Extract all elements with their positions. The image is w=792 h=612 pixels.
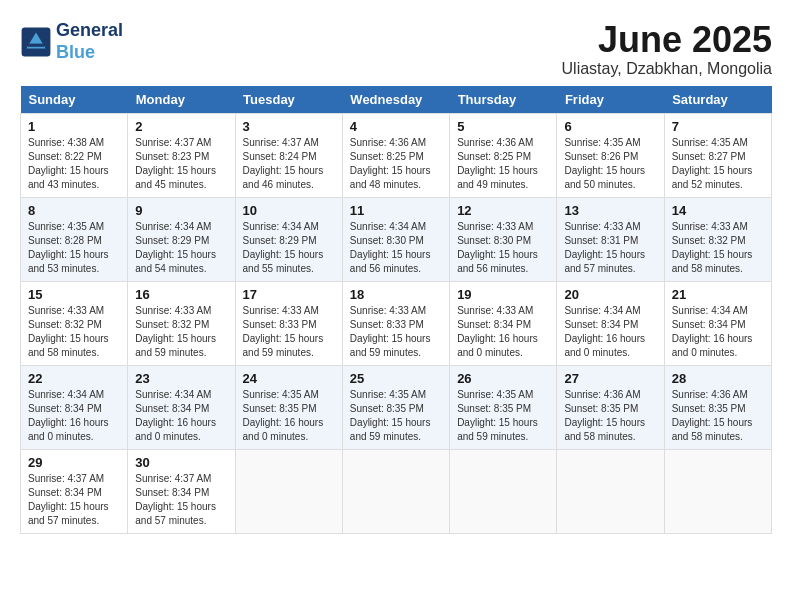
day-number: 13 <box>564 203 656 218</box>
day-number: 3 <box>243 119 335 134</box>
day-number: 4 <box>350 119 442 134</box>
day-number: 21 <box>672 287 764 302</box>
day-info: Sunrise: 4:34 AMSunset: 8:34 PMDaylight:… <box>564 304 656 360</box>
col-header-saturday: Saturday <box>664 86 771 114</box>
col-header-thursday: Thursday <box>450 86 557 114</box>
week-row-1: 1 Sunrise: 4:38 AMSunset: 8:22 PMDayligh… <box>21 113 772 197</box>
day-cell: 17 Sunrise: 4:33 AMSunset: 8:33 PMDaylig… <box>235 281 342 365</box>
day-number: 10 <box>243 203 335 218</box>
day-cell: 21 Sunrise: 4:34 AMSunset: 8:34 PMDaylig… <box>664 281 771 365</box>
logo: General Blue <box>20 20 123 63</box>
day-info: Sunrise: 4:36 AMSunset: 8:25 PMDaylight:… <box>457 136 549 192</box>
day-cell: 27 Sunrise: 4:36 AMSunset: 8:35 PMDaylig… <box>557 365 664 449</box>
day-number: 5 <box>457 119 549 134</box>
day-number: 8 <box>28 203 120 218</box>
day-info: Sunrise: 4:34 AMSunset: 8:29 PMDaylight:… <box>243 220 335 276</box>
day-cell: 13 Sunrise: 4:33 AMSunset: 8:31 PMDaylig… <box>557 197 664 281</box>
location: Uliastay, Dzabkhan, Mongolia <box>562 60 772 78</box>
day-cell: 20 Sunrise: 4:34 AMSunset: 8:34 PMDaylig… <box>557 281 664 365</box>
day-number: 24 <box>243 371 335 386</box>
col-header-friday: Friday <box>557 86 664 114</box>
day-info: Sunrise: 4:37 AMSunset: 8:24 PMDaylight:… <box>243 136 335 192</box>
title-block: June 2025 Uliastay, Dzabkhan, Mongolia <box>562 20 772 78</box>
month-title: June 2025 <box>562 20 772 60</box>
week-row-2: 8 Sunrise: 4:35 AMSunset: 8:28 PMDayligh… <box>21 197 772 281</box>
day-info: Sunrise: 4:34 AMSunset: 8:34 PMDaylight:… <box>135 388 227 444</box>
day-info: Sunrise: 4:33 AMSunset: 8:34 PMDaylight:… <box>457 304 549 360</box>
day-cell: 11 Sunrise: 4:34 AMSunset: 8:30 PMDaylig… <box>342 197 449 281</box>
day-cell: 15 Sunrise: 4:33 AMSunset: 8:32 PMDaylig… <box>21 281 128 365</box>
calendar-table: SundayMondayTuesdayWednesdayThursdayFrid… <box>20 86 772 534</box>
day-info: Sunrise: 4:33 AMSunset: 8:32 PMDaylight:… <box>672 220 764 276</box>
logo-icon <box>20 26 52 58</box>
day-number: 7 <box>672 119 764 134</box>
day-info: Sunrise: 4:33 AMSunset: 8:31 PMDaylight:… <box>564 220 656 276</box>
day-cell: 6 Sunrise: 4:35 AMSunset: 8:26 PMDayligh… <box>557 113 664 197</box>
col-header-wednesday: Wednesday <box>342 86 449 114</box>
day-info: Sunrise: 4:35 AMSunset: 8:35 PMDaylight:… <box>457 388 549 444</box>
day-number: 11 <box>350 203 442 218</box>
logo-line1: General <box>56 20 123 42</box>
day-number: 25 <box>350 371 442 386</box>
day-number: 9 <box>135 203 227 218</box>
day-cell: 18 Sunrise: 4:33 AMSunset: 8:33 PMDaylig… <box>342 281 449 365</box>
day-info: Sunrise: 4:36 AMSunset: 8:25 PMDaylight:… <box>350 136 442 192</box>
week-row-5: 29 Sunrise: 4:37 AMSunset: 8:34 PMDaylig… <box>21 449 772 533</box>
day-cell: 4 Sunrise: 4:36 AMSunset: 8:25 PMDayligh… <box>342 113 449 197</box>
day-cell: 22 Sunrise: 4:34 AMSunset: 8:34 PMDaylig… <box>21 365 128 449</box>
day-info: Sunrise: 4:33 AMSunset: 8:32 PMDaylight:… <box>135 304 227 360</box>
logo-line2: Blue <box>56 42 123 64</box>
day-cell: 12 Sunrise: 4:33 AMSunset: 8:30 PMDaylig… <box>450 197 557 281</box>
day-number: 20 <box>564 287 656 302</box>
day-number: 6 <box>564 119 656 134</box>
day-number: 12 <box>457 203 549 218</box>
day-number: 14 <box>672 203 764 218</box>
day-number: 22 <box>28 371 120 386</box>
day-number: 27 <box>564 371 656 386</box>
day-cell <box>557 449 664 533</box>
day-number: 1 <box>28 119 120 134</box>
day-number: 28 <box>672 371 764 386</box>
day-number: 2 <box>135 119 227 134</box>
day-cell: 14 Sunrise: 4:33 AMSunset: 8:32 PMDaylig… <box>664 197 771 281</box>
page-header: General Blue June 2025 Uliastay, Dzabkha… <box>20 20 772 78</box>
day-cell: 5 Sunrise: 4:36 AMSunset: 8:25 PMDayligh… <box>450 113 557 197</box>
week-row-4: 22 Sunrise: 4:34 AMSunset: 8:34 PMDaylig… <box>21 365 772 449</box>
day-info: Sunrise: 4:37 AMSunset: 8:34 PMDaylight:… <box>28 472 120 528</box>
col-header-monday: Monday <box>128 86 235 114</box>
day-info: Sunrise: 4:37 AMSunset: 8:23 PMDaylight:… <box>135 136 227 192</box>
day-cell: 23 Sunrise: 4:34 AMSunset: 8:34 PMDaylig… <box>128 365 235 449</box>
day-info: Sunrise: 4:36 AMSunset: 8:35 PMDaylight:… <box>564 388 656 444</box>
day-info: Sunrise: 4:33 AMSunset: 8:33 PMDaylight:… <box>243 304 335 360</box>
day-cell <box>664 449 771 533</box>
day-cell: 10 Sunrise: 4:34 AMSunset: 8:29 PMDaylig… <box>235 197 342 281</box>
day-cell: 25 Sunrise: 4:35 AMSunset: 8:35 PMDaylig… <box>342 365 449 449</box>
day-info: Sunrise: 4:35 AMSunset: 8:27 PMDaylight:… <box>672 136 764 192</box>
day-cell: 3 Sunrise: 4:37 AMSunset: 8:24 PMDayligh… <box>235 113 342 197</box>
day-cell: 30 Sunrise: 4:37 AMSunset: 8:34 PMDaylig… <box>128 449 235 533</box>
logo-text: General Blue <box>56 20 123 63</box>
day-info: Sunrise: 4:36 AMSunset: 8:35 PMDaylight:… <box>672 388 764 444</box>
day-number: 23 <box>135 371 227 386</box>
day-number: 19 <box>457 287 549 302</box>
day-cell: 16 Sunrise: 4:33 AMSunset: 8:32 PMDaylig… <box>128 281 235 365</box>
col-header-sunday: Sunday <box>21 86 128 114</box>
header-row: SundayMondayTuesdayWednesdayThursdayFrid… <box>21 86 772 114</box>
day-info: Sunrise: 4:38 AMSunset: 8:22 PMDaylight:… <box>28 136 120 192</box>
day-cell: 28 Sunrise: 4:36 AMSunset: 8:35 PMDaylig… <box>664 365 771 449</box>
day-number: 15 <box>28 287 120 302</box>
day-info: Sunrise: 4:34 AMSunset: 8:34 PMDaylight:… <box>672 304 764 360</box>
day-number: 17 <box>243 287 335 302</box>
day-number: 29 <box>28 455 120 470</box>
day-info: Sunrise: 4:34 AMSunset: 8:34 PMDaylight:… <box>28 388 120 444</box>
day-number: 18 <box>350 287 442 302</box>
day-info: Sunrise: 4:35 AMSunset: 8:35 PMDaylight:… <box>243 388 335 444</box>
day-cell: 8 Sunrise: 4:35 AMSunset: 8:28 PMDayligh… <box>21 197 128 281</box>
day-number: 16 <box>135 287 227 302</box>
day-cell: 24 Sunrise: 4:35 AMSunset: 8:35 PMDaylig… <box>235 365 342 449</box>
day-cell <box>450 449 557 533</box>
day-number: 26 <box>457 371 549 386</box>
day-cell: 7 Sunrise: 4:35 AMSunset: 8:27 PMDayligh… <box>664 113 771 197</box>
week-row-3: 15 Sunrise: 4:33 AMSunset: 8:32 PMDaylig… <box>21 281 772 365</box>
day-cell: 1 Sunrise: 4:38 AMSunset: 8:22 PMDayligh… <box>21 113 128 197</box>
